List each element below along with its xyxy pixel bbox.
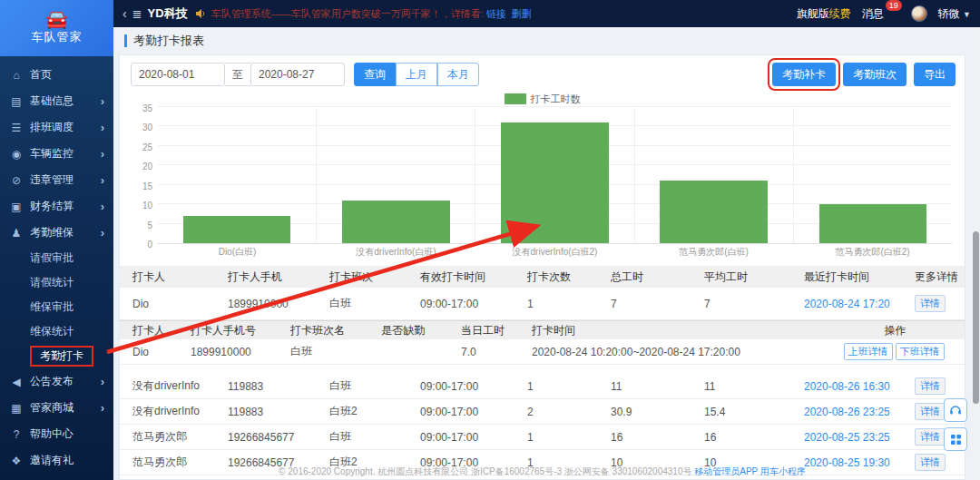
detail-button[interactable]: 详情 — [915, 377, 946, 395]
announcement-extra-link[interactable]: 删删 — [512, 8, 532, 19]
chart-category-slot — [635, 108, 794, 243]
chevron-right-icon: › — [101, 375, 104, 388]
announcement-link[interactable]: 链接 — [486, 8, 506, 19]
sidebar-subitem-请假统计[interactable]: 请假统计 — [0, 270, 113, 295]
sidebar-subitem-label: 维保审批 — [30, 299, 74, 315]
collapse-sidebar-icon[interactable]: ‹ — [122, 6, 127, 21]
cell-name: 范马勇次郎 — [132, 455, 228, 470]
finance-icon: ▣ — [9, 201, 24, 213]
sub-col-header: 打卡班次名 — [290, 323, 381, 338]
sidebar-item-邀请有礼[interactable]: ❖邀请有礼 — [0, 447, 113, 474]
col-header: 打卡次数 — [527, 269, 611, 285]
detail-button[interactable]: 详情 — [915, 403, 946, 420]
col-header: 总工时 — [611, 269, 704, 285]
footer-link-admin-app[interactable]: 移动管理员APP — [694, 466, 758, 476]
cell-phone: 1899910000 — [228, 298, 329, 310]
sidebar-item-管家商城[interactable]: ▦管家商城› — [0, 395, 113, 421]
cell-avg: 7 — [704, 298, 804, 310]
sidebar-item-公告发布[interactable]: ◀公告发布› — [0, 368, 113, 395]
bar-没有driverInfo(白班2)[interactable] — [501, 122, 608, 243]
chevron-right-icon: › — [101, 147, 104, 161]
cell-name: 范马勇次郎 — [132, 429, 228, 445]
y-tick-label: 0 — [147, 240, 152, 250]
detail-button[interactable]: 详情 — [915, 454, 946, 471]
cell-count: 1 — [527, 298, 611, 310]
floating-actions — [944, 398, 967, 451]
cell-last[interactable]: 2020-08-25 19:30 — [804, 456, 915, 469]
sidebar-subitem-维保审批[interactable]: 维保审批 — [0, 295, 113, 319]
sidebar-subitem-请假审批[interactable]: 请假审批 — [0, 246, 113, 270]
chevron-right-icon: › — [101, 200, 104, 213]
sidebar-item-基础信息[interactable]: ▤基础信息› — [0, 88, 113, 114]
sidebar-item-label: 排班调度 — [30, 120, 101, 135]
export-button[interactable]: 导出 — [914, 63, 956, 86]
this-month-button[interactable]: 本月 — [437, 63, 479, 86]
scrollbar-thumb[interactable] — [973, 231, 979, 404]
cell-count: 2 — [527, 406, 611, 418]
attendance-shift-button[interactable]: 考勤班次 — [843, 63, 906, 86]
customer-service-button[interactable] — [944, 398, 967, 422]
company-name: YD科技 — [148, 5, 188, 22]
announcement-text: 车队管理系统——车队管家用户数突破一万两千家！，详情看:链接 删删 — [211, 7, 532, 21]
detail-button[interactable]: 详情 — [915, 295, 946, 312]
sidebar-item-label: 考勤维保 — [30, 225, 101, 240]
clock-in-detail-button[interactable]: 上班详情 — [844, 343, 893, 360]
chart-category-slot — [158, 108, 317, 243]
cell-last[interactable]: 2020-08-26 16:30 — [804, 380, 915, 393]
legend-label: 打卡工时数 — [531, 93, 581, 106]
detail-button[interactable]: 详情 — [915, 428, 946, 446]
cell-last[interactable]: 2020-08-24 17:20 — [804, 298, 915, 310]
sidebar-subitem-考勤打卡[interactable]: 考勤打卡 — [0, 344, 113, 368]
cell-last[interactable]: 2020-08-25 23:25 — [804, 431, 915, 444]
chart-category-slot — [794, 108, 952, 243]
renew-vip-link[interactable]: 旗舰版续费 — [797, 6, 851, 22]
sub-col-header: 是否缺勤 — [381, 323, 461, 338]
cell-total: 10 — [611, 456, 704, 469]
sub-col-header: 操作 — [831, 323, 965, 338]
sidebar-subitem-label: 考勤打卡 — [30, 346, 93, 367]
sidebar-item-违章管理[interactable]: ⊘违章管理› — [0, 167, 113, 193]
clock-out-detail-button[interactable]: 下班详情 — [896, 343, 945, 360]
user-menu[interactable]: 轿微 ▼ — [938, 6, 971, 22]
cell-valid_time: 09:00-17:00 — [420, 380, 527, 393]
avatar[interactable] — [911, 5, 927, 22]
invite-icon: ❖ — [9, 455, 24, 467]
messages-link[interactable]: 消息 19 — [862, 6, 887, 22]
violation-icon: ⊘ — [9, 174, 24, 187]
sidebar-item-排班调度[interactable]: ☰排班调度› — [0, 114, 113, 141]
cell-detail: 详情 — [915, 454, 965, 471]
prev-month-button[interactable]: 上月 — [396, 63, 437, 86]
spacer — [120, 365, 965, 374]
app-logo[interactable]: 🚘 车队管家 — [0, 0, 113, 56]
sidebar-item-考勤维保[interactable]: ♟考勤维保› — [0, 220, 113, 246]
cell-last[interactable]: 2020-08-26 23:25 — [804, 406, 915, 418]
bar-范马勇次郎(白班2)[interactable] — [819, 204, 926, 243]
table-total-row: 合计74.9152020-08-26 23:25 — [120, 475, 965, 480]
date-from-input[interactable] — [131, 63, 225, 86]
bar-范马勇次郎(白班)[interactable] — [660, 181, 767, 243]
miniprogram-button[interactable] — [944, 427, 967, 451]
table-row: 范马勇次郎19266845677白班09:00-17:00116162020-0… — [120, 425, 965, 450]
sidebar-subitem-维保统计[interactable]: 维保统计 — [0, 319, 113, 344]
table-row: 没有driverInfo119883白班209:00-17:00230.915.… — [120, 399, 965, 425]
mall-icon: ▦ — [9, 402, 24, 415]
date-to-input[interactable] — [250, 63, 345, 86]
bar-Dio(白班)[interactable] — [183, 216, 290, 243]
sidebar-item-车辆监控[interactable]: ◉车辆监控› — [0, 141, 113, 167]
attendance-icon: ♟ — [9, 227, 24, 240]
menu-list-icon[interactable]: ≣ — [132, 7, 142, 21]
cell-detail: 详情 — [915, 377, 965, 395]
footer-link-miniprogram[interactable]: 用车小程序 — [760, 466, 806, 476]
attendance-makeup-button[interactable]: 考勤补卡 — [772, 63, 836, 86]
bar-没有driverInfo(白班)[interactable] — [342, 201, 449, 243]
sidebar-item-财务结算[interactable]: ▣财务结算› — [0, 193, 113, 220]
cell-shift: 白班2 — [329, 404, 420, 419]
sidebar-item-帮助中心[interactable]: ?帮助中心 — [0, 421, 113, 447]
vertical-scrollbar[interactable] — [972, 27, 980, 480]
cell-total: 16 — [611, 431, 704, 444]
search-button[interactable]: 查询 — [354, 63, 396, 86]
cell-count: 1 — [527, 456, 611, 469]
title-accent-bar — [124, 34, 127, 47]
cell-count: 1 — [527, 431, 611, 444]
sidebar-item-首页[interactable]: ⌂首页 — [0, 62, 113, 88]
